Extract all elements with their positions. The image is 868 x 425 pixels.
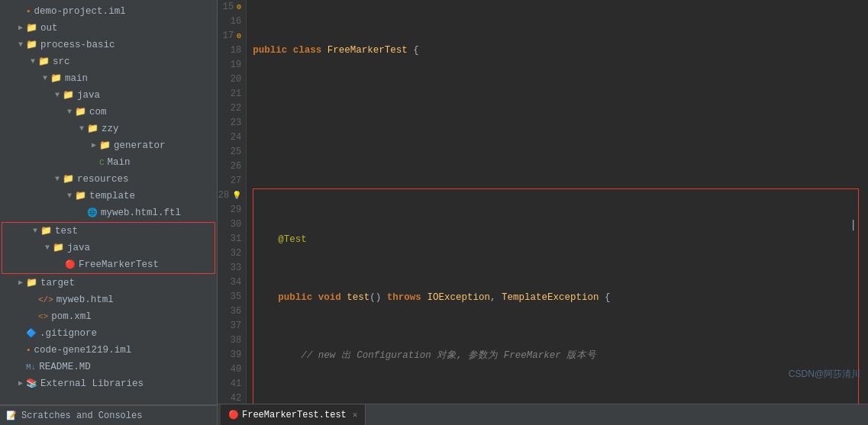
folder-icon: 📁 (87, 121, 98, 137)
sidebar-item-myweb-html[interactable]: ▶ </> myweb.html (0, 291, 217, 308)
code-line-16 (253, 116, 862, 130)
line-num-25: 25 (222, 145, 241, 159)
scratches-label: Scratches and Consoles (21, 411, 142, 421)
tab-freemarkertest[interactable]: 🔴 FreeMarkerTest.test ✕ (221, 404, 366, 426)
sidebar-item-gitignore[interactable]: ▶ 🔷 .gitignore (0, 325, 217, 342)
code-line-15: public class FreeMarkerTest { (253, 43, 862, 58)
line-num-37: 37 (222, 319, 241, 333)
line-num-41: 41 (222, 377, 241, 391)
line-num-42: 42 (222, 391, 241, 404)
xml-icon: <> (38, 309, 48, 324)
gitignore-icon: 🔷 (26, 326, 37, 341)
main-container: ▪ demo-project.iml ▶ 📁 out ▼ 📁 process-b… (0, 0, 868, 425)
line-num-34: 34 (222, 275, 241, 290)
sidebar-item-resources[interactable]: ▼ 📁 resources (0, 171, 217, 188)
sidebar-item-template[interactable]: ▼ 📁 template (0, 188, 217, 204)
sidebar-item-test[interactable]: ▼ 📁 test (2, 223, 215, 240)
line-num-28: 28💡 (222, 188, 241, 203)
sidebar-item-process-basic[interactable]: ▼ 📁 process-basic (0, 37, 217, 53)
line-num-20: 20 (222, 72, 241, 87)
code-wrapper: public class FreeMarkerTest { @Test publ… (247, 0, 868, 404)
sidebar: ▪ demo-project.iml ▶ 📁 out ▼ 📁 process-b… (0, 0, 218, 425)
sidebar-item-myweb-ftl[interactable]: ▶ 🌐 myweb.html.ftl (0, 204, 217, 221)
folder-icon: 📁 (26, 37, 37, 53)
close-icon[interactable]: ✕ (353, 410, 358, 420)
line-num-40: 40 (222, 362, 241, 377)
line-num-38: 38 (222, 333, 241, 348)
java-folder-icon: 📁 (63, 88, 74, 103)
line-numbers: 15⚙ 16 17⚙ 18 19 20 21 22 23 24 25 26 27… (218, 0, 247, 404)
line-num-18: 18 (222, 43, 241, 58)
class-icon: C (99, 155, 105, 170)
sidebar-item-readme[interactable]: ▶ M↓ README.MD (0, 359, 217, 375)
folder-icon: 📁 (63, 172, 74, 187)
folder-icon: 📁 (26, 21, 37, 36)
sidebar-item-external-libraries[interactable]: ▶ 📚 External Libraries (0, 375, 217, 392)
sidebar-item-com[interactable]: ▼ 📁 com (0, 104, 217, 121)
folder-icon: 📁 (26, 275, 37, 291)
line-num-30: 30 (222, 217, 241, 232)
line-num-27: 27 (222, 174, 241, 188)
folder-icon: 📁 (50, 71, 62, 86)
line-num-16: 16 (222, 14, 241, 29)
iml-icon: ▪ (26, 343, 31, 358)
sidebar-item-main-class[interactable]: ▶ C Main (0, 154, 217, 171)
md-icon: M↓ (26, 359, 36, 375)
sidebar-item-target[interactable]: ▶ 📁 target (0, 275, 217, 291)
scratches-consoles[interactable]: 📝 Scratches and Consoles (0, 405, 217, 425)
tab-bar: 🔴 FreeMarkerTest.test ✕ (218, 404, 868, 425)
sidebar-item-src[interactable]: ▼ 📁 src (0, 53, 217, 70)
code-line-17: @Test (255, 233, 857, 247)
sidebar-item-out[interactable]: ▶ 📁 out (0, 20, 217, 37)
line-num-23: 23 (222, 116, 241, 130)
folder-icon: 📁 (38, 54, 50, 69)
sidebar-item-generator[interactable]: ▶ 📁 generator (0, 137, 217, 154)
folder-icon: 📚 (26, 376, 37, 391)
test-class-icon: 🔴 (65, 257, 76, 272)
sidebar-item-pom[interactable]: ▶ <> pom.xml (0, 308, 217, 325)
scratches-icon: 📝 (6, 411, 17, 420)
sidebar-item-java-test[interactable]: ▼ 📁 java (2, 240, 215, 256)
line-num-36: 36 (222, 304, 241, 319)
folder-icon: 📁 (75, 105, 86, 120)
sidebar-item-demo-project[interactable]: ▪ demo-project.iml (0, 3, 217, 20)
line-num-15: 15⚙ (222, 0, 241, 14)
folder-icon: 📁 (40, 224, 52, 239)
code-line-18: public void test() throws IOException, T… (255, 291, 857, 305)
code-area: 15⚙ 16 17⚙ 18 19 20 21 22 23 24 25 26 27… (218, 0, 868, 425)
code-scroll[interactable]: 15⚙ 16 17⚙ 18 19 20 21 22 23 24 25 26 27… (218, 0, 868, 404)
sidebar-bottom: 📝 Scratches and Consoles (0, 404, 217, 425)
line-num-21: 21 (222, 87, 241, 101)
folder-icon: 📁 (75, 188, 86, 204)
iml-icon: ▪ (26, 4, 31, 19)
sidebar-item-main[interactable]: ▼ 📁 main (0, 70, 217, 87)
sidebar-item-java-main[interactable]: ▼ 📁 java (0, 87, 217, 104)
ftl-icon: 🌐 (87, 205, 98, 221)
line-num-26: 26 (222, 159, 241, 174)
sidebar-item-freemarkertest[interactable]: ▶ 🔴 FreeMarkerTest (2, 256, 215, 273)
code-content[interactable]: public class FreeMarkerTest { @Test publ… (247, 0, 868, 404)
watermark: CSDN@阿莎清川 (789, 368, 860, 381)
html-icon: </> (38, 292, 53, 307)
folder-icon: 📁 (99, 138, 111, 153)
sidebar-tree: ▪ demo-project.iml ▶ 📁 out ▼ 📁 process-b… (0, 0, 217, 404)
line-num-31: 31 (222, 232, 241, 246)
line-num-19: 19 (222, 58, 241, 72)
tab-label: FreeMarkerTest.test (242, 410, 347, 420)
line-num-17: 17⚙ (222, 29, 241, 43)
java-folder-icon: 📁 (53, 240, 64, 256)
sidebar-item-zzy[interactable]: ▼ 📁 zzy (0, 121, 217, 137)
line-num-24: 24 (222, 130, 241, 145)
code-line-19: // new 出 Configuration 对象, 参数为 FreeMarke… (255, 349, 857, 363)
test-icon: 🔴 (228, 410, 239, 420)
line-num-29: 29 (222, 203, 241, 217)
line-num-32: 32 (222, 246, 241, 261)
sidebar-item-code-gene[interactable]: ▶ ▪ code-gene1219.iml (0, 342, 217, 359)
line-num-33: 33 (222, 261, 241, 275)
line-num-22: 22 (222, 101, 241, 116)
line-num-35: 35 (222, 290, 241, 304)
line-num-39: 39 (222, 348, 241, 362)
